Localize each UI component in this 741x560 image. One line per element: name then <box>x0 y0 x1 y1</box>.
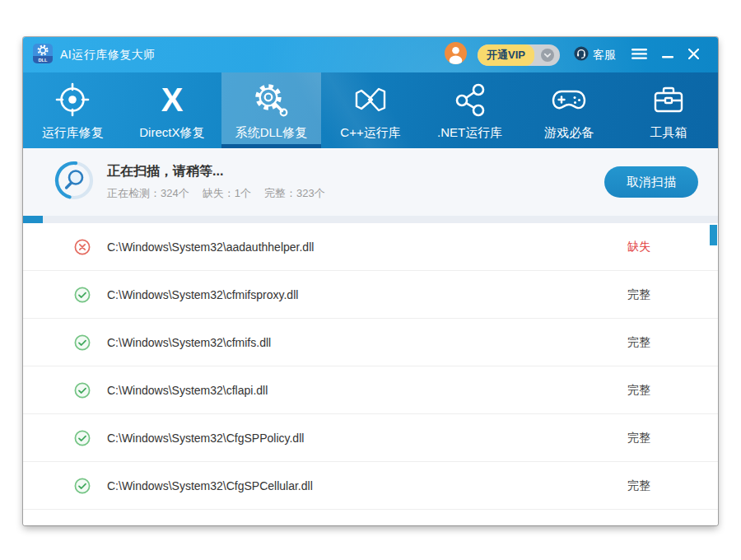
support-button[interactable]: 客服 <box>574 46 616 63</box>
vip-label: 开通VIP <box>478 44 534 66</box>
error-circle-icon <box>74 239 91 255</box>
check-circle-icon <box>74 478 91 494</box>
scan-status-bar: 正在扫描，请稍等... 正在检测：324个缺失：1个完整：323个 取消扫描 <box>23 148 718 216</box>
tab-label: C++运行库 <box>340 125 400 141</box>
target-icon <box>54 81 91 119</box>
hamburger-icon <box>631 49 647 62</box>
tab-label: DirectX修复 <box>139 125 204 141</box>
titlebar: DLL AI运行库修复大师 开通VIP <box>23 37 718 72</box>
dll-row: C:\Windows\System32\CfgSPCellular.dll 完整 <box>23 462 718 510</box>
gamepad-icon <box>550 81 588 119</box>
toolbox-icon <box>650 81 687 119</box>
dll-status: 完整 <box>627 383 650 398</box>
dll-row: C:\Windows\System32\CfgSPPolicy.dll 完整 <box>23 414 718 462</box>
tab-label: .NET运行库 <box>437 125 502 141</box>
dll-status: 完整 <box>627 478 650 493</box>
gear-wrench-icon <box>252 81 290 119</box>
scan-stat: 缺失：1个 <box>203 186 251 201</box>
check-circle-icon <box>74 287 91 303</box>
check-circle-icon <box>74 382 91 399</box>
tab-system-dll-repair[interactable]: 系统DLL修复 <box>221 72 321 148</box>
tab-label: 游戏必备 <box>544 125 594 141</box>
tab-directx-repair[interactable]: X DirectX修复 <box>123 72 222 148</box>
tab-label: 系统DLL修复 <box>235 125 308 141</box>
dll-row: C:\Windows\System32\cfmifsproxy.dll 完整 <box>23 271 718 319</box>
app-logo-icon: DLL <box>33 44 53 67</box>
visual-studio-icon <box>352 81 389 119</box>
dll-path: C:\Windows\System32\CfgSPPolicy.dll <box>107 432 304 445</box>
directx-x-icon: X <box>153 81 191 119</box>
scan-progress-bar <box>23 216 718 223</box>
share-nodes-icon <box>451 81 489 119</box>
dll-path: C:\Windows\System32\cfmifsproxy.dll <box>107 288 298 301</box>
dll-path: C:\Windows\System32\CfgSPCellular.dll <box>107 479 313 492</box>
check-circle-icon <box>74 334 91 351</box>
check-circle-icon <box>74 430 91 446</box>
cancel-scan-button[interactable]: 取消扫描 <box>604 166 698 198</box>
dll-row: C:\Windows\System32\cflapi.dll 完整 <box>23 366 718 414</box>
close-button[interactable] <box>681 44 706 67</box>
scan-heading: 正在扫描，请稍等... <box>107 163 338 180</box>
support-label: 客服 <box>593 48 616 63</box>
dll-row: C:\Windows\System32\aadauthhelper.dll 缺失 <box>23 223 718 271</box>
tab-runtime-repair[interactable]: 运行库修复 <box>23 72 123 148</box>
window-title: AI运行库修复大师 <box>60 48 156 63</box>
main-nav: 运行库修复 X DirectX修复 系统DLL修复 C++运行库 .NET运行库 <box>23 72 718 148</box>
svg-text:DLL: DLL <box>39 57 48 62</box>
dll-result-list: C:\Windows\System32\aadauthhelper.dll 缺失… <box>23 223 718 525</box>
scan-stat: 正在检测：324个 <box>107 186 189 201</box>
minimize-button[interactable] <box>655 44 681 67</box>
tab-label: 工具箱 <box>650 125 687 141</box>
tab-cpp-runtime[interactable]: C++运行库 <box>321 72 421 148</box>
scrollbar-thumb[interactable] <box>710 225 717 245</box>
chevron-down-icon <box>534 49 560 62</box>
dll-status: 完整 <box>627 287 650 302</box>
tab-dotnet-runtime[interactable]: .NET运行库 <box>420 72 520 148</box>
dll-path: C:\Windows\System32\cflapi.dll <box>107 384 268 397</box>
open-vip-button[interactable]: 开通VIP <box>478 44 560 66</box>
close-icon <box>688 49 699 62</box>
dll-path: C:\Windows\System32\cfmifs.dll <box>107 336 271 349</box>
dll-status: 完整 <box>627 335 650 350</box>
minimize-icon <box>662 49 673 61</box>
headset-icon <box>574 46 589 63</box>
scanning-magnifier-icon <box>54 161 94 203</box>
scan-stat: 完整：323个 <box>264 186 325 201</box>
tab-label: 运行库修复 <box>42 125 104 141</box>
dll-status: 完整 <box>627 431 650 446</box>
tab-toolbox[interactable]: 工具箱 <box>618 72 718 148</box>
svg-text:X: X <box>161 82 184 118</box>
app-window: DLL AI运行库修复大师 开通VIP <box>23 37 718 525</box>
dll-path: C:\Windows\System32\aadauthhelper.dll <box>107 240 314 254</box>
dll-row: C:\Windows\System32\cfmifs.dll 完整 <box>23 319 718 366</box>
scan-stats: 正在检测：324个缺失：1个完整：323个 <box>107 186 338 201</box>
user-avatar-icon[interactable] <box>445 42 467 68</box>
menu-button[interactable] <box>624 44 655 67</box>
scan-progress-fill <box>23 216 43 223</box>
tab-game-essentials[interactable]: 游戏必备 <box>520 72 619 148</box>
dll-status: 缺失 <box>627 240 650 254</box>
